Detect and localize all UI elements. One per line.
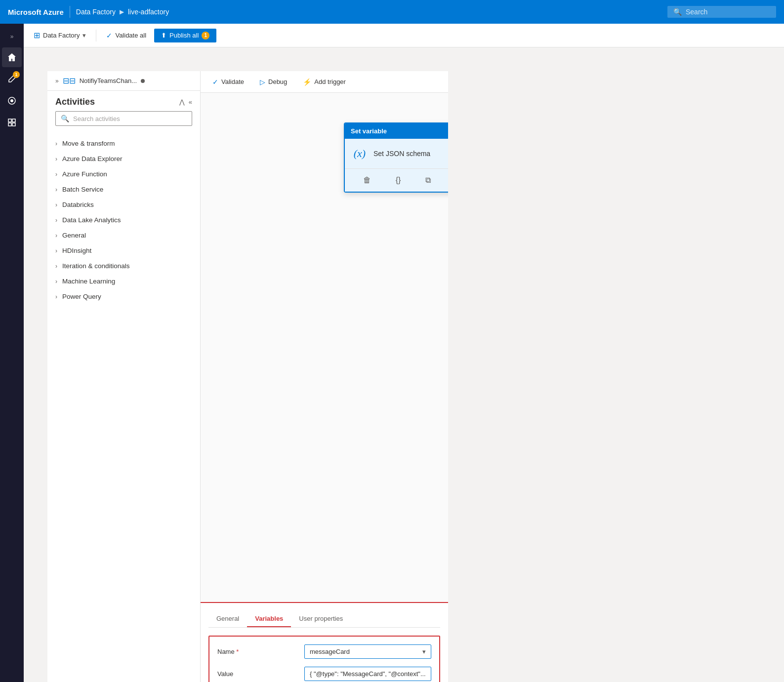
- tab-user-properties[interactable]: User properties: [291, 611, 351, 627]
- activity-card[interactable]: Set variable (x) Set JSON schema 🗑 {} ⧉ …: [344, 122, 448, 193]
- expand-arrows[interactable]: »: [55, 78, 59, 84]
- tab-user-properties-label: User properties: [299, 615, 343, 622]
- toolbar-divider-1: [96, 30, 96, 41]
- breadcrumb-factory: live-adfactory: [128, 8, 169, 16]
- required-star: *: [236, 648, 239, 655]
- activity-machine-learning[interactable]: › Machine Learning: [55, 274, 192, 289]
- activity-card-name: Set JSON schema: [373, 150, 430, 158]
- tab-variables[interactable]: Variables: [247, 611, 291, 627]
- activity-data-lake-analytics[interactable]: › Data Lake Analytics: [55, 212, 192, 228]
- activity-label-8: Iteration & conditionals: [62, 262, 130, 270]
- sidebar-item-home[interactable]: [2, 47, 22, 67]
- search-activities-container[interactable]: 🔍: [55, 111, 192, 126]
- debug-icon: ▷: [260, 78, 265, 86]
- validate-button[interactable]: ✓ Validate: [208, 76, 248, 88]
- activity-iteration-conditionals[interactable]: › Iteration & conditionals: [55, 258, 192, 274]
- activity-label-7: HDInsight: [62, 247, 91, 254]
- validate-icon: ✓: [106, 32, 112, 40]
- chevron-icon-6: ›: [55, 232, 57, 239]
- activity-label-9: Machine Learning: [62, 278, 115, 285]
- search-input[interactable]: [686, 8, 765, 16]
- activity-move-transform[interactable]: › Move & transform: [55, 136, 192, 151]
- svg-rect-3: [12, 119, 15, 122]
- activity-label-4: Databricks: [62, 201, 94, 208]
- svg-rect-4: [8, 123, 11, 126]
- activity-azure-function[interactable]: › Azure Function: [55, 166, 192, 182]
- activity-batch-service[interactable]: › Batch Service: [55, 182, 192, 197]
- breadcrumb-df[interactable]: Data Factory: [76, 8, 116, 16]
- main-toolbar: ⊞ Data Factory ▾ ✓ Validate all ⬆ Publis…: [24, 24, 784, 47]
- chevron-icon-0: ›: [55, 140, 57, 147]
- chevron-icon-2: ›: [55, 171, 57, 178]
- form-row-name: Name * messageCard ▾: [217, 644, 431, 659]
- pipeline-canvas[interactable]: Set variable (x) Set JSON schema 🗑 {} ⧉ …: [201, 93, 448, 602]
- sidebar-item-pencil[interactable]: 1: [2, 69, 22, 89]
- value-input[interactable]: { "@type": "MessageCard", "@context"...: [304, 667, 431, 681]
- activity-label-6: General: [62, 232, 86, 239]
- pipeline-tab-name: NotifiyTeamsChan...: [80, 77, 137, 84]
- chevron-icon-7: ›: [55, 247, 57, 254]
- code-button[interactable]: {}: [394, 174, 403, 187]
- activity-databricks[interactable]: › Databricks: [55, 197, 192, 212]
- expand-button[interactable]: »: [5, 30, 19, 43]
- activity-hdinsight[interactable]: › HDInsight: [55, 243, 192, 258]
- search-bar[interactable]: 🔍: [667, 6, 776, 18]
- debug-label: Debug: [268, 78, 287, 85]
- manage-icon: [7, 118, 17, 127]
- chevron-icon-3: ›: [55, 186, 57, 193]
- add-trigger-button[interactable]: ⚡ Add trigger: [299, 76, 350, 88]
- dropdown-chevron-icon: ▾: [422, 648, 426, 655]
- activities-header: Activities ⋀ «: [47, 91, 200, 111]
- pipeline-tab[interactable]: » ⊟⊟ NotifiyTeamsChan...: [47, 71, 200, 91]
- sidebar-item-manage[interactable]: [2, 113, 22, 132]
- activity-label-10: Power Query: [62, 293, 101, 300]
- canvas-area: ✓ Validate ▷ Debug ⚡ Add trigger: [201, 71, 448, 682]
- filter-icon[interactable]: «: [189, 98, 192, 106]
- top-navigation: Microsoft Azure Data Factory ▶ live-adfa…: [0, 0, 784, 24]
- breadcrumb: Data Factory ▶ live-adfactory: [76, 8, 169, 16]
- delete-button[interactable]: 🗑: [361, 174, 373, 187]
- activity-card-footer: 🗑 {} ⧉ ⊕: [345, 168, 448, 192]
- chevron-icon-9: ›: [55, 278, 57, 285]
- data-factory-selector[interactable]: ⊞ Data Factory ▾: [30, 29, 90, 42]
- validate-all-button[interactable]: ✓ Validate all: [102, 30, 150, 41]
- activity-power-query[interactable]: › Power Query: [55, 289, 192, 304]
- name-label: Name *: [217, 648, 296, 655]
- chevron-icon-8: ›: [55, 263, 57, 270]
- tab-general[interactable]: General: [208, 611, 247, 627]
- publish-badge: 1: [202, 32, 209, 40]
- pipeline-icon: ⊟⊟: [63, 76, 76, 85]
- icon-sidebar: » 1: [0, 24, 24, 682]
- activity-groups: › Move & transform › Azure Data Explorer…: [47, 132, 200, 308]
- pipeline-dot: [141, 79, 145, 83]
- value-text: { "@type": "MessageCard", "@context"...: [310, 670, 426, 678]
- svg-point-1: [10, 99, 13, 102]
- name-dropdown[interactable]: messageCard ▾: [304, 644, 431, 659]
- sidebar-item-monitor[interactable]: [2, 91, 22, 111]
- copy-button[interactable]: ⧉: [423, 174, 433, 187]
- chevron-icon-1: ›: [55, 156, 57, 162]
- validate-canvas-icon: ✓: [212, 78, 218, 86]
- layout: » 1: [0, 24, 784, 682]
- canvas-toolbar: ✓ Validate ▷ Debug ⚡ Add trigger: [201, 71, 448, 93]
- activity-general[interactable]: › General: [55, 228, 192, 243]
- chevron-icon-4: ›: [55, 201, 57, 208]
- bottom-tabs: General Variables User properties: [208, 611, 440, 628]
- chevron-icon-10: ›: [55, 293, 57, 300]
- activity-azure-data-explorer[interactable]: › Azure Data Explorer: [55, 151, 192, 166]
- validate-canvas-label: Validate: [221, 78, 244, 85]
- activity-label-0: Move & transform: [62, 140, 115, 147]
- activities-header-icons: ⋀ «: [179, 98, 192, 106]
- publish-label: Publish all: [169, 32, 199, 39]
- edit-badge: 1: [13, 71, 20, 78]
- breadcrumb-chevron: ▶: [120, 8, 124, 15]
- activities-title: Activities: [55, 97, 95, 107]
- activities-panel: » ⊟⊟ NotifiyTeamsChan... Activities ⋀ « …: [47, 71, 201, 682]
- activity-card-icon: (x): [351, 145, 369, 162]
- trigger-icon: ⚡: [303, 78, 311, 86]
- debug-button[interactable]: ▷ Debug: [256, 76, 291, 88]
- collapse-icon[interactable]: ⋀: [179, 98, 185, 106]
- publish-all-button[interactable]: ⬆ Publish all 1: [154, 29, 216, 42]
- search-activities-input[interactable]: [73, 115, 187, 122]
- monitor-icon: [7, 96, 17, 106]
